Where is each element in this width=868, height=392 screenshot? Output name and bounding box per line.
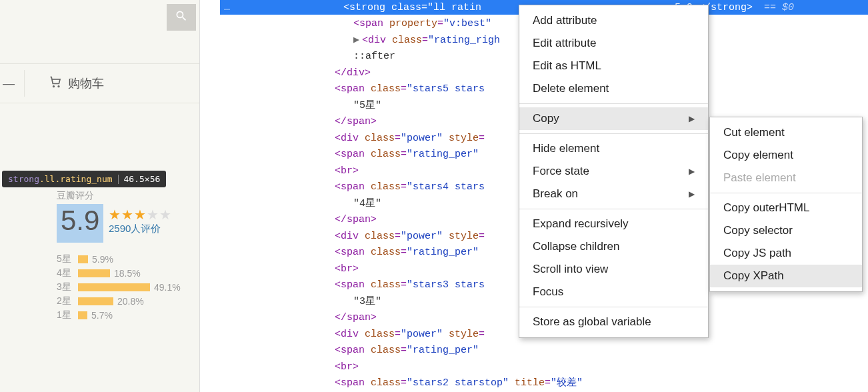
webpage-panel: — 购物车 豆瓣评分 5.9 ★★★★★ 2590人评价 5星5.9%4星18.…	[0, 0, 200, 392]
rating-bar	[78, 297, 113, 305]
star-full-icon: ★	[109, 207, 121, 222]
rating-row-label: 4星	[57, 267, 78, 279]
rating-num-highlighted[interactable]: 5.9	[57, 204, 103, 243]
tooltip-classes: .ll.rating_num	[39, 174, 113, 184]
rating-count-link[interactable]: 2590人评价	[109, 223, 161, 234]
cart-icon	[48, 75, 63, 92]
submenu-item-copy-selector[interactable]: Copy selector	[710, 219, 862, 242]
submenu-item-paste-element: Paste element	[710, 167, 862, 189]
menu-item-edit-as-html[interactable]: Edit as HTML	[519, 55, 708, 77]
menu-item-collapse-children[interactable]: Collapse children	[519, 235, 708, 258]
dom-line[interactable]: <span class="rating_per"	[220, 343, 868, 359]
rating-row: 1星5.7%	[57, 308, 197, 322]
submenu-item-copy-js-path[interactable]: Copy JS path	[710, 242, 862, 265]
rating-row-pct: 49.1%	[154, 282, 181, 293]
rating-row: 5星5.9%	[57, 252, 197, 266]
menu-separator	[519, 133, 708, 134]
rating-row-pct: 5.7%	[91, 310, 113, 321]
rating-row: 2星20.8%	[57, 294, 197, 308]
submenu-item-copy-element[interactable]: Copy element	[710, 144, 862, 167]
submenu-item-cut-element[interactable]: Cut element	[710, 121, 862, 144]
dom-line[interactable]: <span class="stars2 starstop" title="较差"	[220, 375, 868, 392]
chevron-right-icon: ▶	[689, 167, 695, 176]
tooltip-tag: strong	[8, 174, 39, 184]
menu-separator	[710, 193, 862, 193]
submenu-item-copy-xpath[interactable]: Copy XPath	[710, 265, 862, 287]
rating-distribution: 5星5.9%4星18.5%3星49.1%2星20.8%1星5.7%	[57, 252, 197, 322]
menu-item-delete-element[interactable]: Delete element	[519, 77, 708, 100]
rating-row: 3星49.1%	[57, 280, 197, 294]
rating-bar	[78, 269, 110, 277]
tooltip-dimensions: 46.5×56	[124, 174, 161, 184]
cart-link[interactable]: 购物车	[68, 75, 104, 91]
star-empty-icon: ★	[147, 207, 159, 222]
menu-item-store-as-global-variable[interactable]: Store as global variable	[519, 311, 708, 333]
element-inspect-tooltip: strong.ll.rating_num 46.5×56	[2, 171, 166, 187]
star-rating: ★★★★★	[109, 207, 172, 223]
menu-separator	[519, 307, 708, 307]
rating-right: ★★★★★ 2590人评价	[109, 207, 172, 235]
menu-item-add-attribute[interactable]: Add attribute	[519, 9, 708, 32]
rating-row-pct: 5.9%	[92, 254, 113, 265]
rating-row-pct: 20.8%	[117, 296, 144, 307]
chevron-right-icon: ▶	[689, 114, 695, 123]
copy-submenu[interactable]: Cut elementCopy elementPaste elementCopy…	[709, 117, 863, 292]
menu-item-edit-attribute[interactable]: Edit attribute	[519, 32, 708, 55]
submenu-item-copy-outerhtml[interactable]: Copy outerHTML	[710, 197, 862, 219]
rating-block: 豆瓣评分 5.9 ★★★★★ 2590人评价 5星5.9%4星18.5%3星49…	[57, 190, 197, 322]
rating-bar	[78, 255, 88, 263]
nav-text-left: —	[3, 77, 15, 91]
menu-separator	[519, 103, 708, 104]
menu-separator	[519, 209, 708, 209]
star-full-icon: ★	[134, 207, 147, 222]
menu-item-break-on[interactable]: Break on▶	[519, 183, 708, 205]
rating-bar	[78, 283, 150, 291]
ellipsis-icon: …	[224, 2, 230, 13]
menu-item-copy[interactable]: Copy▶	[519, 107, 708, 130]
search-icon	[175, 9, 188, 25]
menu-item-expand-recursively[interactable]: Expand recursively	[519, 213, 708, 235]
rating-row-label: 5星	[57, 253, 78, 265]
rating-main: 5.9 ★★★★★ 2590人评价	[57, 204, 197, 243]
rating-title: 豆瓣评分	[57, 190, 197, 202]
rating-row-label: 1星	[57, 309, 78, 321]
cart-row: — 购物车	[0, 63, 199, 103]
menu-item-focus[interactable]: Focus	[519, 281, 708, 303]
menu-item-scroll-into-view[interactable]: Scroll into view	[519, 258, 708, 281]
star-empty-icon: ★	[159, 207, 172, 222]
dom-line[interactable]: <br>	[220, 359, 868, 376]
search-button[interactable]	[167, 4, 196, 31]
svg-point-1	[58, 85, 59, 87]
rating-row: 4星18.5%	[57, 266, 197, 280]
rating-row-pct: 18.5%	[114, 268, 141, 279]
separator	[24, 70, 25, 97]
rating-bar	[78, 311, 87, 319]
star-full-icon: ★	[121, 207, 134, 222]
chevron-right-icon: ▶	[689, 189, 695, 199]
menu-item-force-state[interactable]: Force state▶	[519, 160, 708, 183]
context-menu[interactable]: Add attributeEdit attributeEdit as HTMLD…	[519, 5, 709, 338]
svg-point-0	[53, 85, 55, 87]
rating-row-label: 2星	[57, 295, 78, 307]
menu-item-hide-element[interactable]: Hide element	[519, 137, 708, 160]
rating-row-label: 3星	[57, 281, 78, 293]
